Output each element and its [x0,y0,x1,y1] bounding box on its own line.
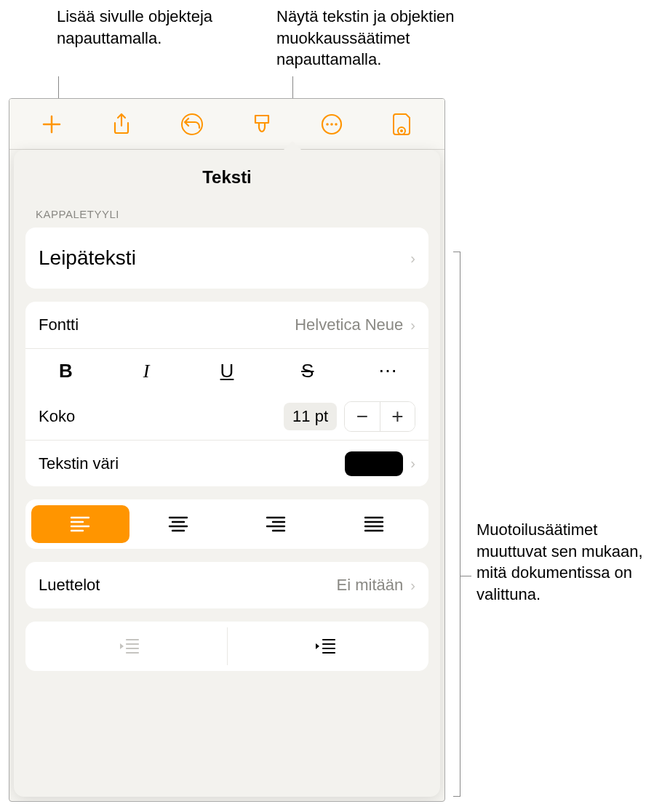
align-justify-icon [364,516,384,532]
view-options-button[interactable] [388,110,417,139]
svg-point-2 [327,123,330,126]
size-decrease-button[interactable]: − [345,402,380,431]
chevron-right-icon: › [410,250,415,267]
undo-icon [180,113,204,136]
paragraph-style-row[interactable]: Leipäteksti › [25,228,428,289]
align-right-button[interactable] [227,505,325,543]
callout-add: Lisää sivulle objekteja napauttamalla. [57,6,217,49]
callout-connector-panel [460,576,471,576]
lists-value: Ei mitään [337,576,404,595]
paragraph-style-card: Leipäteksti › [25,228,428,289]
svg-point-3 [331,123,334,126]
indent-row [25,622,428,671]
undo-button[interactable] [178,110,207,139]
outdent-icon [118,638,140,654]
align-center-button[interactable] [129,505,228,543]
callout-bracket-panel [460,252,460,797]
chevron-right-icon: › [410,455,415,472]
font-value: Helvetica Neue [295,315,403,334]
align-right-icon [266,516,286,532]
callout-format: Näytä tekstin ja objektien muokkaussääti… [276,6,509,71]
align-center-icon [168,516,188,532]
underline-button[interactable]: U [205,360,249,382]
more-format-button[interactable]: ⋯ [367,360,410,382]
text-color-label: Tekstin väri [39,454,119,473]
bold-button[interactable]: B [44,360,87,382]
svg-point-6 [400,129,403,132]
share-icon [111,113,132,136]
device-frame: Teksti KAPPALETYYLI Leipäteksti › Fontti… [9,98,445,802]
chevron-right-icon: › [410,577,415,594]
popover-title: Teksti [14,150,440,204]
color-swatch[interactable] [345,451,403,476]
format-popover: Teksti KAPPALETYYLI Leipäteksti › Fontti… [14,150,440,797]
strikethrough-button[interactable]: S [286,360,330,382]
more-button[interactable] [317,110,346,139]
lists-row[interactable]: Luettelot Ei mitään › [25,562,428,608]
size-label: Koko [39,407,75,426]
align-justify-button[interactable] [325,505,423,543]
font-card: Fontti Helvetica Neue › B I U S ⋯ Koko [25,302,428,486]
more-circle-icon [321,113,343,135]
document-view-icon [391,112,413,137]
chevron-right-icon: › [410,317,415,334]
size-stepper: − + [344,401,415,432]
callout-panel: Muotoilusäätimet muuttuvat sen mukaan, m… [476,519,651,606]
toolbar [9,99,444,150]
plus-icon [41,113,63,135]
outdent-button[interactable] [31,627,227,665]
popover-arrow [282,141,303,151]
format-button[interactable] [247,110,276,139]
add-button[interactable] [37,110,66,139]
size-increase-button[interactable]: + [380,402,415,431]
alignment-row [25,499,428,549]
lists-card: Luettelot Ei mitään › [25,562,428,608]
paragraph-style-label: Leipäteksti [39,246,136,270]
size-value[interactable]: 11 pt [284,403,337,430]
text-format-row: B I U S ⋯ [25,348,428,393]
section-header-paragraph: KAPPALETYYLI [25,204,428,228]
svg-point-4 [335,123,338,126]
brush-icon [251,113,273,136]
text-color-row[interactable]: Tekstin väri › [25,440,428,486]
indent-icon [314,638,336,654]
popover-body: KAPPALETYYLI Leipäteksti › Fontti Helvet… [14,204,440,797]
lists-label: Luettelot [39,576,100,595]
size-row: Koko 11 pt − + [25,393,428,440]
share-button[interactable] [107,110,136,139]
indent-card [25,622,428,671]
align-left-icon [70,516,90,532]
alignment-card [25,499,428,549]
align-left-button[interactable] [31,505,129,543]
italic-button[interactable]: I [124,361,168,382]
indent-button[interactable] [227,627,423,665]
font-row[interactable]: Fontti Helvetica Neue › [25,302,428,348]
font-label: Fontti [39,315,79,334]
